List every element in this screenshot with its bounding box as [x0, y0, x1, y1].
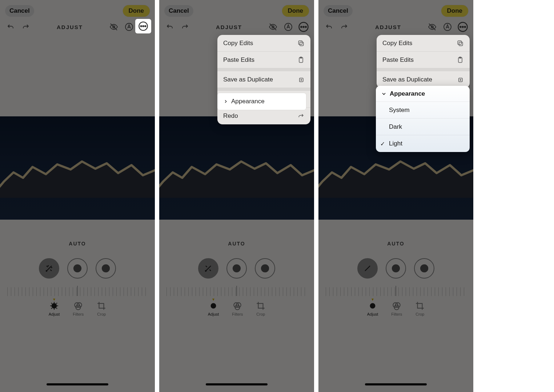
auto-label: AUTO	[0, 241, 155, 247]
cancel-button[interactable]: Cancel	[324, 5, 353, 17]
dial-brilliance[interactable]	[255, 258, 275, 279]
cancel-button[interactable]: Cancel	[5, 5, 34, 17]
visibility-off-icon[interactable]	[427, 21, 438, 32]
value-ruler[interactable]	[166, 287, 307, 296]
panel-step-3: Cancel Done ADJUST AUTO	[318, 0, 473, 392]
appearance-option-system-label: System	[389, 107, 410, 114]
svg-line-21	[51, 308, 52, 309]
visibility-off-icon[interactable]	[268, 21, 278, 32]
adjust-dials	[0, 258, 155, 279]
markup-icon[interactable]	[442, 21, 453, 32]
appearance-option-dark[interactable]: Dark	[376, 119, 470, 135]
value-ruler[interactable]	[326, 287, 466, 296]
copy-icon	[297, 40, 305, 47]
tab-adjust[interactable]: ▼Adjust	[367, 301, 378, 316]
svg-point-60	[392, 265, 400, 272]
svg-point-35	[303, 27, 304, 28]
appearance-header[interactable]: Appearance	[376, 86, 470, 102]
undo-icon[interactable]	[164, 21, 175, 32]
menu-redo-label: Redo	[223, 112, 238, 120]
svg-point-36	[305, 27, 306, 28]
tab-crop-label: Crop	[416, 312, 424, 316]
home-indicator	[206, 383, 268, 385]
dial-auto[interactable]	[357, 258, 378, 279]
menu-copy-edits[interactable]: Copy Edits	[377, 35, 470, 52]
tab-crop[interactable]: Crop	[256, 301, 265, 316]
svg-point-34	[301, 27, 302, 28]
tab-adjust[interactable]: ▼Adjust	[208, 301, 219, 316]
dial-auto[interactable]	[39, 258, 59, 279]
mode-title: ADJUST	[216, 24, 242, 30]
more-button[interactable]	[457, 21, 468, 32]
tab-adjust[interactable]: ▼Adjust	[49, 301, 60, 316]
dial-brilliance[interactable]	[414, 258, 434, 279]
svg-line-20	[56, 308, 57, 309]
tab-crop[interactable]: Crop	[97, 301, 106, 316]
markup-icon[interactable]	[283, 21, 294, 32]
svg-point-59	[465, 27, 466, 28]
chevron-right-icon	[223, 99, 228, 104]
undo-icon[interactable]	[5, 21, 16, 32]
mode-title: ADJUST	[375, 24, 401, 30]
done-button[interactable]: Done	[282, 5, 309, 17]
menu-paste-edits[interactable]: Paste Edits	[217, 52, 310, 68]
svg-point-62	[370, 304, 375, 308]
svg-line-19	[51, 303, 52, 304]
tab-filters[interactable]: Filters	[391, 301, 402, 316]
tab-filters-label: Filters	[232, 312, 243, 316]
appearance-option-dark-label: Dark	[389, 123, 402, 131]
tab-crop-label: Crop	[97, 312, 106, 316]
svg-rect-47	[298, 41, 302, 44]
redo-icon[interactable]	[180, 21, 190, 32]
redo-menu-icon	[297, 112, 305, 120]
menu-save-duplicate[interactable]: Save as Duplicate	[217, 71, 310, 88]
menu-copy-edits[interactable]: Copy Edits	[217, 35, 310, 52]
done-button[interactable]: Done	[123, 5, 150, 17]
editor-base: Cancel Done ADJUST	[0, 0, 155, 392]
undo-icon[interactable]	[324, 21, 334, 32]
svg-point-7	[46, 270, 47, 272]
more-button[interactable]	[298, 21, 309, 32]
dial-brilliance[interactable]	[96, 258, 116, 279]
dial-exposure[interactable]	[386, 258, 406, 279]
tab-crop[interactable]: Crop	[415, 301, 425, 316]
menu-redo[interactable]: Redo	[217, 108, 310, 124]
appearance-title-label: Appearance	[390, 90, 425, 97]
tab-adjust-label: Adjust	[208, 312, 219, 316]
svg-point-37	[205, 270, 206, 272]
tab-filters[interactable]: Filters	[73, 301, 84, 316]
redo-icon[interactable]	[339, 21, 350, 32]
done-button[interactable]: Done	[441, 5, 469, 17]
auto-label: AUTO	[318, 241, 473, 247]
menu-save-duplicate-label: Save as Duplicate	[382, 76, 432, 83]
cancel-button[interactable]: Cancel	[164, 5, 193, 17]
dial-exposure[interactable]	[67, 258, 88, 279]
copy-icon	[457, 40, 464, 47]
value-ruler[interactable]	[7, 287, 148, 296]
tab-adjust-label: Adjust	[49, 312, 60, 316]
dial-exposure[interactable]	[226, 258, 247, 279]
checkmark-icon: ✓	[380, 140, 385, 147]
more-button-highlight[interactable]	[135, 19, 151, 33]
menu-appearance-label: Appearance	[231, 98, 265, 105]
tab-filters[interactable]: Filters	[232, 301, 243, 316]
editor-base: Cancel Done ADJUST AUTO	[159, 0, 314, 392]
tab-adjust-label: Adjust	[367, 312, 378, 316]
mountain-silhouette	[0, 147, 155, 198]
svg-point-58	[462, 27, 463, 28]
photo-canvas	[0, 116, 155, 220]
mode-title: ADJUST	[57, 24, 83, 30]
menu-save-duplicate-label: Save as Duplicate	[223, 76, 273, 83]
appearance-option-system[interactable]: System	[376, 102, 470, 119]
appearance-option-light-label: Light	[389, 140, 402, 147]
svg-point-28	[142, 25, 144, 27]
menu-appearance[interactable]: Appearance	[217, 93, 306, 110]
visibility-off-icon[interactable]	[108, 21, 119, 32]
home-indicator	[47, 383, 108, 385]
tab-filters-label: Filters	[391, 312, 402, 316]
markup-icon[interactable]	[124, 21, 135, 32]
redo-icon[interactable]	[20, 21, 31, 32]
appearance-option-light[interactable]: ✓Light	[376, 135, 470, 152]
menu-paste-edits[interactable]: Paste Edits	[377, 52, 470, 68]
dial-auto[interactable]	[198, 258, 218, 279]
